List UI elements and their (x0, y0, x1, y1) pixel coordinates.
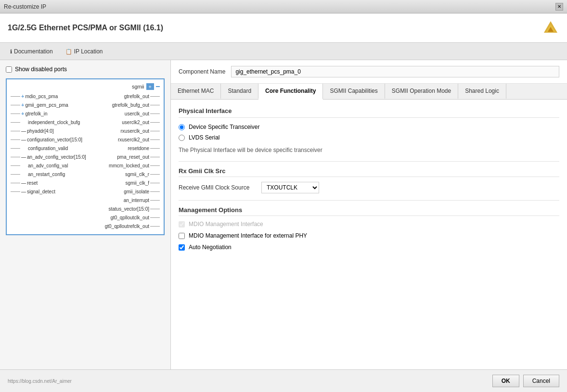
port-connector-left (11, 165, 20, 166)
tab-content: Physical Interface Device Specific Trans… (171, 100, 567, 369)
dash-icon: — (21, 137, 26, 142)
show-disabled-ports-label[interactable]: Show disabled ports (6, 66, 165, 73)
dialog-footer: https://blog.csdn.net/Ar_aimer OK Cancel (0, 369, 567, 392)
location-icon: 📋 (65, 49, 72, 55)
table-row: an_adv_config_val mmcm_locked_out (11, 161, 160, 170)
component-box: sgmii + + mdio_pcs_pma gtrefolk_ou (6, 78, 165, 235)
port-connector-left (11, 148, 20, 149)
port-connector-right (150, 105, 160, 105)
checkbox-mdio-ext-input[interactable] (179, 233, 185, 239)
section-separator-2 (179, 200, 559, 201)
radio-device-specific[interactable]: Device Specific Transceiver (179, 124, 559, 130)
port-connector-right (150, 131, 160, 131)
left-panel: Show disabled ports sgmii + + (0, 60, 171, 369)
management-options-title: Management Options (179, 206, 559, 216)
table-row: independent_clock_bufg userclk2_out (11, 118, 160, 126)
receive-clock-row: Receive GMII Clock Source TXOUTCLK RXOUT… (179, 182, 559, 193)
tab-ethernet-mac[interactable]: Ethernet MAC (171, 84, 221, 99)
title-bar: Re-customize IP ✕ (0, 0, 567, 13)
physical-interface-info: The Physical Interface will be device sp… (179, 147, 559, 153)
table-row: + gtrefolk_in userclk_out (11, 109, 160, 118)
checkbox-auto-neg-input[interactable] (179, 244, 185, 251)
plus-icon: + (21, 102, 24, 108)
tab-standard[interactable]: Standard (221, 84, 258, 99)
tab-core-functionality[interactable]: Core Functionality (258, 84, 323, 100)
port-connector-left (11, 105, 20, 105)
dialog: 1G/2.5G Ethernet PCS/PMA or SGMII (16.1)… (0, 13, 567, 392)
port-connector-right (150, 139, 160, 140)
content-area: Show disabled ports sgmii + + (0, 60, 567, 369)
component-name-label: Component Name (179, 68, 225, 75)
component-name-row: Component Name (171, 60, 567, 84)
tab-sgmii-operation-mode[interactable]: SGMII Operation Mode (385, 84, 458, 99)
table-row: — phyaddr[4:0] rxuserclk_out (11, 126, 160, 135)
port-connector-right (150, 217, 160, 218)
port-connector-right (150, 209, 160, 209)
table-row: + mdio_pcs_pma gtrefolk_out (11, 92, 160, 101)
section-separator-1 (179, 161, 559, 162)
tab-documentation[interactable]: ℹ Documentation (4, 43, 59, 60)
table-row: + gmii_gem_pcs_pma gtrefolk_bufg_out (11, 101, 160, 109)
checkbox-mdio-mgmt-input[interactable] (179, 221, 185, 228)
port-connector-right (150, 183, 160, 183)
dash-icon: — (21, 180, 26, 186)
show-disabled-ports-checkbox[interactable] (6, 66, 12, 73)
expand-button[interactable]: + (146, 83, 154, 90)
rx-gmii-title: Rx Gmii Clk Src (179, 167, 559, 177)
radio-lvds-serial-input[interactable] (179, 135, 185, 141)
dialog-title: 1G/2.5G Ethernet PCS/PMA or SGMII (16.1) (8, 24, 163, 32)
radio-device-specific-input[interactable] (179, 124, 185, 130)
receive-clock-label: Receive GMII Clock Source (179, 184, 256, 191)
table-row: gt0_qplloutrefclk_out (11, 222, 160, 230)
footer-url: https://blog.csdn.net/Ar_aimer (8, 379, 489, 384)
cancel-button[interactable]: Cancel (523, 375, 559, 387)
nav-tabs: ℹ Documentation 📋 IP Location (0, 43, 567, 60)
logo-icon (542, 19, 559, 37)
info-icon: ℹ (10, 49, 12, 55)
port-connector-left (11, 96, 20, 97)
checkbox-mdio-mgmt[interactable]: MDIO Management Interface (179, 221, 559, 228)
port-connector-right (150, 191, 160, 192)
receive-clock-select[interactable]: TXOUTCLK RXOUTCLK (261, 182, 319, 193)
port-connector-right (150, 122, 160, 123)
tab-sgmii-capabilities[interactable]: SGMII Capabilities (323, 84, 385, 99)
table-row: gt0_qplloutclk_out (11, 213, 160, 222)
right-panel: Component Name Ethernet MAC Standard Cor… (171, 60, 567, 369)
table-row: — configuration_vector[15:0] rxuserclk2_… (11, 135, 160, 144)
component-name-input[interactable] (231, 66, 559, 77)
port-connector-left (11, 191, 20, 192)
plus-icon: + (21, 93, 24, 99)
ok-button[interactable]: OK (492, 375, 519, 387)
dash-icon: — (21, 189, 26, 194)
dialog-header: 1G/2.5G Ethernet PCS/PMA or SGMII (16.1) (0, 13, 567, 43)
port-connector-left (11, 131, 20, 131)
checkbox-mdio-ext[interactable]: MDIO Management Interface for external P… (179, 232, 559, 239)
radio-lvds-serial[interactable]: LVDS Serial (179, 134, 559, 141)
checkbox-auto-neg[interactable]: Auto Negotiation (179, 244, 559, 251)
table-row: — signal_detect gmii_isolate (11, 187, 160, 196)
port-connector-left (11, 114, 20, 114)
table-row: — reset sgmii_clk_f (11, 178, 160, 187)
table-row: configuration_valid resetdone (11, 144, 160, 152)
port-connector-left (11, 122, 20, 123)
port-connector-right (150, 165, 160, 166)
port-connector-right (150, 200, 160, 201)
port-connector-right (150, 226, 160, 227)
port-connector-left (11, 139, 20, 140)
table-row: an_interrupt (11, 196, 160, 204)
title-bar-text: Re-customize IP (4, 3, 46, 10)
port-connector-right (150, 148, 160, 149)
physical-interface-title: Physical Interface (179, 107, 559, 118)
port-connector-right (150, 174, 160, 175)
port-connector-left (11, 157, 20, 157)
sgmii-header: sgmii + (11, 83, 160, 90)
plus-icon: + (21, 111, 24, 116)
close-button[interactable]: ✕ (555, 3, 563, 11)
table-row: an_restart_config sgmii_clk_r (11, 170, 160, 178)
tab-ip-location[interactable]: 📋 IP Location (59, 43, 109, 60)
port-connector-right (150, 96, 160, 97)
physical-interface-radio-group: Device Specific Transceiver LVDS Serial (179, 124, 559, 141)
dash-icon: — (21, 128, 26, 134)
port-list: + mdio_pcs_pma gtrefolk_out + gmii_gem_p (11, 92, 160, 230)
tab-shared-logic[interactable]: Shared Logic (458, 84, 506, 99)
